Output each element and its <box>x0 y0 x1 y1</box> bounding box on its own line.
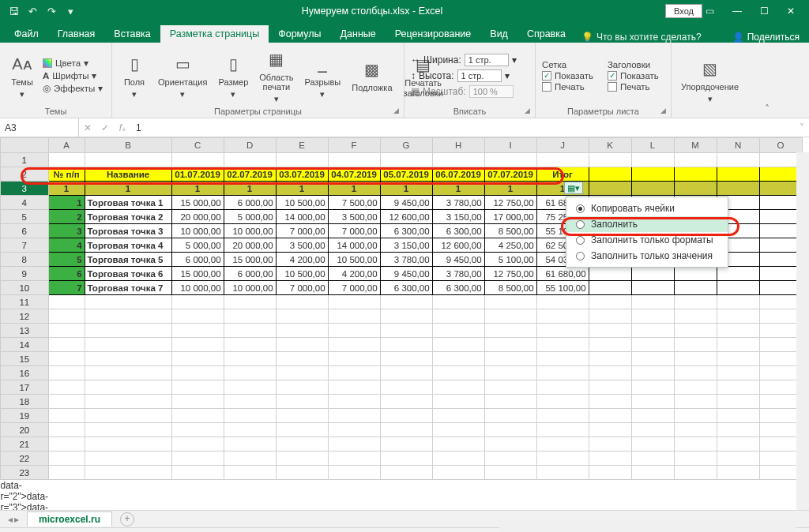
row-header[interactable]: 7 <box>1 238 49 253</box>
tab-help[interactable]: Справка <box>517 25 575 43</box>
cell[interactable] <box>674 153 717 167</box>
autofill-fill[interactable]: Заполнить <box>566 216 728 232</box>
cell[interactable] <box>759 352 802 366</box>
cell[interactable]: № п/п <box>48 167 85 182</box>
cell[interactable] <box>484 366 536 380</box>
cell[interactable] <box>276 380 328 395</box>
cell[interactable] <box>484 153 536 167</box>
cell[interactable] <box>276 153 328 167</box>
vertical-scrollbar[interactable] <box>796 152 809 510</box>
cell[interactable] <box>717 167 759 182</box>
column-header[interactable]: H <box>432 138 484 153</box>
cell[interactable] <box>674 324 717 338</box>
cell[interactable] <box>380 451 432 466</box>
row-header[interactable]: 9 <box>1 267 49 281</box>
cell[interactable]: 1 <box>48 196 85 210</box>
cell[interactable] <box>328 352 380 366</box>
cell[interactable] <box>717 352 759 366</box>
cell[interactable]: 2 <box>48 210 85 224</box>
cell[interactable]: 15 000,00 <box>171 267 224 281</box>
cell[interactable] <box>276 395 328 409</box>
cell[interactable] <box>674 423 717 437</box>
cell[interactable]: 10 000,00 <box>224 224 276 238</box>
cell[interactable] <box>85 352 171 366</box>
cell[interactable] <box>631 395 674 409</box>
cell[interactable] <box>276 451 328 466</box>
cell[interactable] <box>631 182 674 196</box>
cell[interactable] <box>536 409 589 423</box>
cell[interactable] <box>717 182 759 196</box>
cell[interactable] <box>276 466 328 480</box>
cell[interactable] <box>224 437 276 451</box>
cell[interactable] <box>589 395 631 409</box>
sheet-tab[interactable]: microexcel.ru <box>27 511 112 526</box>
scale-spinner[interactable]: 100 % <box>469 85 514 98</box>
cell[interactable]: 5 100,00 <box>484 253 536 267</box>
cell[interactable]: 10 000,00 <box>171 281 224 295</box>
cell[interactable] <box>631 352 674 366</box>
cell[interactable] <box>631 281 674 295</box>
cell[interactable] <box>85 437 171 451</box>
cell[interactable]: 07.07.2019 <box>484 167 536 182</box>
cell[interactable] <box>276 338 328 352</box>
cell[interactable] <box>536 366 589 380</box>
cell[interactable]: 1 <box>171 182 224 196</box>
tab-view[interactable]: Вид <box>480 25 517 43</box>
cell[interactable] <box>631 267 674 281</box>
cell[interactable] <box>759 409 802 423</box>
cell[interactable]: 3 780,00 <box>380 253 432 267</box>
cell[interactable]: Название <box>85 167 171 182</box>
cell[interactable]: 9 450,00 <box>432 253 484 267</box>
cell[interactable] <box>717 437 759 451</box>
cell[interactable] <box>759 167 802 182</box>
cell[interactable] <box>171 380 224 395</box>
cell[interactable]: 7 500,00 <box>328 196 380 210</box>
cell[interactable] <box>759 423 802 437</box>
cell[interactable]: 01.07.2019 <box>171 167 224 182</box>
cell[interactable] <box>171 309 224 324</box>
cell[interactable] <box>48 153 85 167</box>
cell[interactable]: 5 000,00 <box>224 210 276 224</box>
cell[interactable] <box>85 295 171 309</box>
column-header[interactable]: N <box>717 138 759 153</box>
cell[interactable] <box>276 295 328 309</box>
column-header[interactable]: L <box>631 138 674 153</box>
cell[interactable] <box>631 366 674 380</box>
tab-home[interactable]: Главная <box>48 25 105 43</box>
row-header[interactable]: 1 <box>1 153 49 167</box>
tab-page-layout[interactable]: Разметка страницы <box>160 25 269 43</box>
column-header[interactable]: O <box>759 138 802 153</box>
tell-me-search[interactable]: 💡Что вы хотите сделать? <box>581 32 702 43</box>
cell[interactable] <box>589 437 631 451</box>
cell[interactable]: 10 500,00 <box>328 253 380 267</box>
cell[interactable] <box>536 395 589 409</box>
cell[interactable] <box>224 366 276 380</box>
next-sheet-icon[interactable]: ▸ <box>14 514 19 525</box>
row-header[interactable]: 23 <box>1 466 49 480</box>
cell[interactable] <box>224 153 276 167</box>
cell[interactable] <box>276 437 328 451</box>
cell[interactable] <box>589 267 631 281</box>
gridlines-print-checkbox[interactable] <box>542 82 551 92</box>
cell[interactable] <box>717 309 759 324</box>
cell[interactable] <box>484 451 536 466</box>
cell[interactable]: 9 450,00 <box>380 267 432 281</box>
column-header[interactable]: E <box>276 138 328 153</box>
cell[interactable] <box>432 309 484 324</box>
cell[interactable] <box>536 324 589 338</box>
cell[interactable] <box>276 309 328 324</box>
cell[interactable] <box>631 451 674 466</box>
cell[interactable] <box>717 380 759 395</box>
undo-icon[interactable]: ↶ <box>24 3 41 19</box>
cell[interactable] <box>759 366 802 380</box>
cell[interactable] <box>717 281 759 295</box>
cell[interactable] <box>674 309 717 324</box>
cell[interactable] <box>224 409 276 423</box>
dialog-launcher-icon[interactable]: ◢ <box>525 107 530 114</box>
row-header[interactable]: 18 <box>1 395 49 409</box>
cell[interactable]: 4 200,00 <box>328 267 380 281</box>
cell[interactable] <box>759 309 802 324</box>
cell[interactable] <box>759 196 802 210</box>
column-header[interactable]: G <box>380 138 432 153</box>
cell[interactable] <box>171 451 224 466</box>
